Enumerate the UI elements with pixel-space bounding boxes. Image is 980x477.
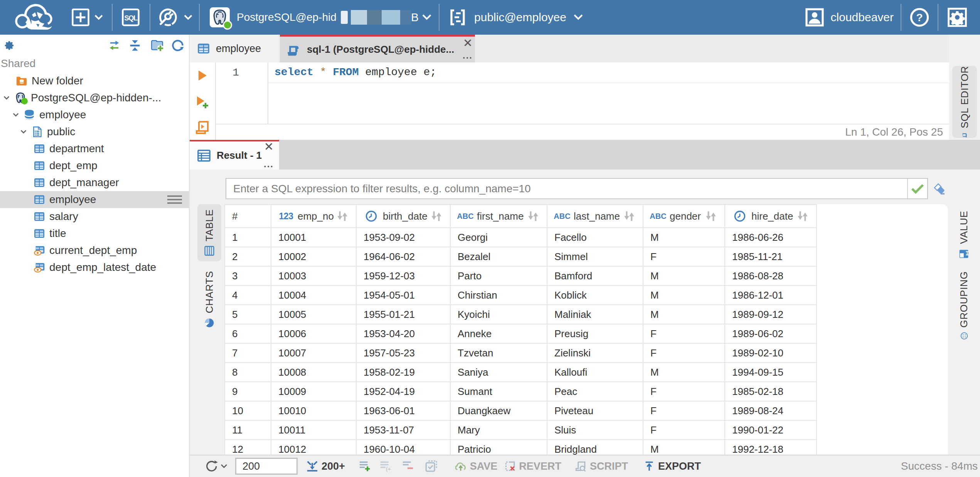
svg-text:SQL: SQL [124,14,138,22]
svg-text:?: ? [916,12,923,24]
svg-text:(+): (+) [386,466,391,472]
